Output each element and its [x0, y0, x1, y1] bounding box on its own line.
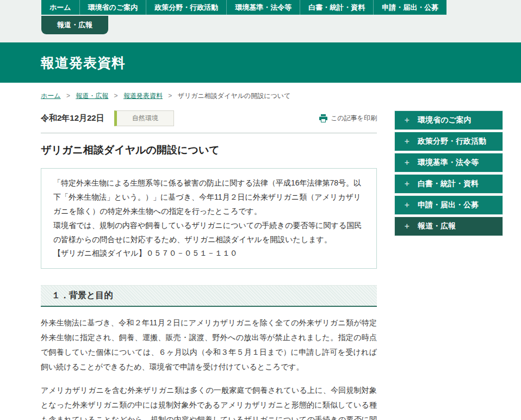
breadcrumb-separator: > — [114, 92, 118, 100]
sidebar-item-applications[interactable]: ＋ 申請・届出・公募 — [394, 195, 503, 215]
article-date: 令和2年12月22日 — [41, 113, 104, 123]
sidebar-item-label: 報道・広報 — [418, 221, 456, 231]
nav-item-applications[interactable]: 申請・届出・公募 — [373, 0, 446, 15]
nav-item-home[interactable]: ホーム — [41, 0, 79, 15]
printer-icon — [319, 114, 327, 122]
breadcrumb-separator: > — [168, 92, 172, 100]
sidebar: ＋ 環境省のご案内 ＋ 政策分野・行政活動 ＋ 環境基準・法令等 ＋ 白書・統計… — [394, 110, 503, 420]
plus-icon: ＋ — [403, 179, 411, 189]
plus-icon: ＋ — [403, 115, 411, 125]
page-body: 令和2年12月22日 自然環境 この記事を印刷 ザリガニ相談ダイヤルの開設につい… — [0, 101, 521, 420]
sidebar-item-label: 政策分野・行政活動 — [418, 137, 486, 146]
lead-phone-number: 【ザリガニ相談ダイヤル】０５７０－０５１－１１０ — [53, 246, 364, 261]
breadcrumb-separator: > — [66, 92, 70, 100]
category-tag[interactable]: 自然環境 — [114, 110, 174, 126]
sidebar-item-policy[interactable]: ＋ 政策分野・行政活動 — [394, 132, 503, 151]
sidebar-item-label: 白書・統計・資料 — [418, 179, 479, 189]
breadcrumb-link-press[interactable]: 報道・広報 — [76, 92, 108, 100]
article-title: ザリガニ相談ダイヤルの開設について — [41, 143, 377, 157]
sidebar-item-label: 環境基準・法令等 — [418, 158, 479, 168]
page-banner: 報道発表資料 — [0, 42, 521, 83]
article-column: 令和2年12月22日 自然環境 この記事を印刷 ザリガニ相談ダイヤルの開設につい… — [41, 110, 377, 420]
sidebar-item-label: 申請・届出・公募 — [418, 200, 479, 210]
nav-item-standards[interactable]: 環境基準・法令等 — [226, 0, 300, 15]
breadcrumb: ホーム > 報道・広報 > 報道発表資料 > ザリガニ相談ダイヤルの開設について — [41, 91, 521, 101]
sidebar-item-whitepapers[interactable]: ＋ 白書・統計・資料 — [394, 174, 503, 194]
breadcrumb-link-home[interactable]: ホーム — [41, 92, 61, 100]
sidebar-item-standards[interactable]: ＋ 環境基準・法令等 — [394, 153, 503, 172]
plus-icon: ＋ — [403, 221, 411, 231]
nav-item-policy[interactable]: 政策分野・行政活動 — [146, 0, 226, 15]
lead-line: 環境省では、規制の内容や飼養しているザリガニについての手続きの要否等に関する国民… — [53, 219, 364, 247]
breadcrumb-current: ザリガニ相談ダイヤルの開設について — [178, 92, 291, 100]
nav-item-whitepapers[interactable]: 白書・統計・資料 — [300, 0, 373, 15]
lead-summary-box: 「特定外来生物による生態系等に係る被害の防止に関する法律（平成16年法律第78号… — [41, 168, 377, 269]
plus-icon: ＋ — [403, 200, 411, 210]
article-meta-row: 令和2年12月22日 自然環境 この記事を印刷 — [41, 110, 377, 126]
print-article-link[interactable]: この記事を印刷 — [319, 114, 377, 123]
nav-tab-press[interactable]: 報道・広報 — [41, 16, 108, 34]
section-heading-background-purpose: １．背景と目的 — [41, 285, 377, 307]
header-area: ホーム 環境省のご案内 政策分野・行政活動 環境基準・法令等 白書・統計・資料 … — [0, 0, 521, 42]
plus-icon: ＋ — [403, 158, 411, 168]
body-paragraph: 外来生物法に基づき、令和２年11月２日にアメリカザリガニを除く全ての外来ザリガニ… — [41, 316, 377, 374]
body-paragraph: アメリカザリガニを含む外来ザリガニ類は多くの一般家庭で飼養されている上に、今回規… — [41, 383, 377, 420]
nav-item-about[interactable]: 環境省のご案内 — [79, 0, 146, 15]
meta-divider — [41, 133, 377, 133]
plus-icon: ＋ — [403, 137, 411, 146]
sidebar-item-about[interactable]: ＋ 環境省のご案内 — [394, 110, 503, 130]
print-link-label: この記事を印刷 — [331, 114, 377, 123]
sidebar-item-label: 環境省のご案内 — [418, 115, 472, 125]
lead-line: 「特定外来生物による生態系等に係る被害の防止に関する法律（平成16年法律第78号… — [53, 176, 364, 219]
sidebar-item-press[interactable]: ＋ 報道・広報 — [394, 217, 503, 236]
page-title: 報道発表資料 — [41, 54, 126, 72]
breadcrumb-link-press-releases[interactable]: 報道発表資料 — [123, 92, 163, 100]
main-nav: ホーム 環境省のご案内 政策分野・行政活動 環境基準・法令等 白書・統計・資料 … — [41, 0, 446, 15]
